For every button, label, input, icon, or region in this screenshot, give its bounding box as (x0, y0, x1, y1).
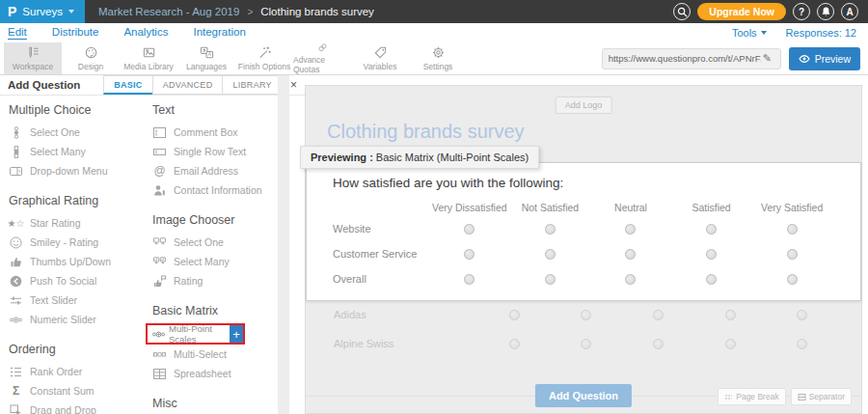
menu-analytics[interactable]: Analytics (123, 26, 168, 40)
radio-button[interactable] (545, 224, 556, 235)
preview-label: Preview (815, 53, 851, 65)
scale-column-header: Not Satisfied (510, 202, 591, 213)
survey-title[interactable]: Clothing brands survey (327, 121, 525, 143)
qtype-text-slider[interactable]: Text Slider (9, 290, 143, 310)
qtype-select-many[interactable]: Select Many (9, 142, 143, 161)
tool-variables[interactable]: Variables (351, 42, 409, 74)
tool-design[interactable]: Design (62, 42, 120, 74)
qtype-label: Rating (174, 275, 203, 287)
matrix-row-adidas: Adidas (306, 300, 861, 329)
qtype-multi-select[interactable]: Multi-Select (152, 345, 282, 364)
menu-items: Edit Distribute Analytics Integration (8, 26, 246, 40)
radio-button[interactable] (625, 249, 636, 260)
panel-scrollbar[interactable] (278, 75, 289, 414)
tool-settings[interactable]: Settings (409, 42, 467, 74)
star-icon: ★☆ (9, 218, 23, 229)
qtype-smiley-rating[interactable]: Smiley - Rating (9, 233, 143, 252)
qtype-label: Comment Box (174, 126, 238, 138)
question-preview-box: How satisfied are you with the following… (306, 162, 861, 301)
radio-button[interactable] (625, 274, 636, 285)
qtype-label: Multi-Select (174, 348, 227, 360)
qtype-select-one[interactable]: Select One (9, 123, 143, 142)
tool-languages[interactable]: A Languages (177, 42, 235, 74)
tool-media-library[interactable]: Media Library (120, 42, 177, 74)
panel-title: Add Question (0, 75, 104, 95)
spreadsheet-icon (152, 368, 167, 380)
survey-url-input[interactable] (609, 53, 761, 64)
radio-button[interactable] (706, 224, 717, 235)
at-icon: @ (152, 164, 167, 178)
qtype-contact-information[interactable]: Contact Information (152, 180, 282, 200)
radio-button[interactable] (706, 274, 717, 285)
radio-button[interactable] (545, 274, 556, 285)
qtype-drag-and-drop[interactable]: Drag and Drop (9, 400, 143, 414)
qtype-image-select-many[interactable]: Select Many (152, 252, 282, 271)
add-question-button[interactable]: Add Question (535, 384, 632, 407)
qtype-spreadsheet[interactable]: Spreadsheet (152, 364, 282, 383)
radio-button[interactable] (625, 224, 636, 235)
responses-count[interactable]: Responses: 12 (786, 27, 856, 39)
qtype-constant-sum[interactable]: Σ Constant Sum (9, 381, 143, 400)
qtype-thumbs-up-down[interactable]: Thumbs Up/Down (9, 252, 143, 271)
qtype-single-row-text[interactable]: Single Row Text (152, 142, 282, 161)
image-icon (142, 45, 156, 60)
tab-library[interactable]: LIBRARY (222, 75, 282, 95)
tool-advance-quotas[interactable]: Advance Quotas (293, 42, 351, 74)
notifications-button[interactable] (817, 3, 834, 20)
chevron-down-icon (761, 31, 767, 35)
radio-button[interactable] (464, 249, 475, 260)
qtype-image-rating[interactable]: Rating (152, 271, 282, 290)
radio-button[interactable] (706, 249, 717, 260)
tool-workspace[interactable]: Workspace (4, 42, 62, 74)
tab-advanced[interactable]: ADVANCED (152, 75, 224, 95)
page-break-button[interactable]: Page Break (718, 388, 785, 405)
help-button[interactable]: ? (793, 3, 810, 20)
menu-distribute[interactable]: Distribute (52, 26, 99, 40)
radio-button[interactable] (787, 224, 798, 235)
product-switcher[interactable]: P Surveys (0, 0, 85, 23)
radio-button[interactable] (464, 224, 475, 235)
radio-button[interactable] (464, 274, 475, 285)
qtype-push-to-social[interactable]: Push To Social (9, 271, 143, 290)
tool-label: Settings (423, 62, 453, 71)
section-header: Graphical Rating (9, 194, 143, 207)
top-bar: P Surveys Market Research - Aug 2019 > C… (0, 0, 868, 23)
radio-button[interactable] (787, 249, 798, 260)
preview-button[interactable]: Preview (789, 47, 860, 70)
menu-edit[interactable]: Edit (8, 26, 27, 40)
toolbar-right: ✎ Preview (602, 47, 868, 70)
radio-button[interactable] (545, 249, 556, 260)
qtype-dropdown-menu[interactable]: Drop-down Menu (9, 161, 143, 180)
qtype-multi-point-scales[interactable]: Multi-Point Scales + (146, 323, 245, 345)
tab-basic[interactable]: BASIC (103, 75, 153, 95)
tool-label: Media Library (123, 62, 174, 71)
qtype-email-address[interactable]: @ Email Address (152, 161, 282, 180)
avatar[interactable]: A (841, 3, 858, 20)
tooltip-prefix: Previewing : (311, 152, 373, 163)
search-button[interactable] (673, 3, 691, 20)
tool-label: Languages (186, 62, 227, 71)
upgrade-now-button[interactable]: Upgrade Now (697, 3, 786, 20)
previewing-tooltip: Previewing : Basic Matrix (Multi-Point S… (300, 146, 539, 169)
row-label: Website (333, 223, 429, 235)
radio-button[interactable] (787, 274, 798, 285)
add-logo-button[interactable]: Add Logo (556, 97, 612, 114)
qtype-star-rating[interactable]: ★☆ Star Rating (9, 213, 143, 233)
menu-integration[interactable]: Integration (193, 26, 245, 40)
radio-stack-icon (9, 126, 23, 139)
tool-finish-options[interactable]: Finish Options (235, 42, 293, 74)
edit-url-icon[interactable]: ✎ (763, 52, 772, 65)
qtype-label: Drag and Drop (30, 404, 96, 414)
qtype-numeric-slider[interactable]: Numeric Slider (9, 310, 143, 329)
tool-label: Advance Quotas (293, 55, 351, 74)
section-basic-matrix: Basic Matrix Multi-Point Scales + Multi-… (152, 304, 282, 383)
tools-dropdown[interactable]: Tools (732, 27, 767, 39)
qtype-image-select-one[interactable]: Select One (152, 233, 282, 252)
gear-icon (431, 45, 446, 60)
qtype-comment-box[interactable]: Comment Box (152, 123, 282, 142)
qtype-label: Rank Order (30, 366, 82, 377)
breadcrumb-folder[interactable]: Market Research - Aug 2019 (98, 6, 239, 17)
qtype-rank-order[interactable]: Rank Order (9, 362, 143, 381)
add-question-type-button[interactable]: + (230, 325, 243, 343)
separator-button[interactable]: Separator (791, 388, 852, 405)
